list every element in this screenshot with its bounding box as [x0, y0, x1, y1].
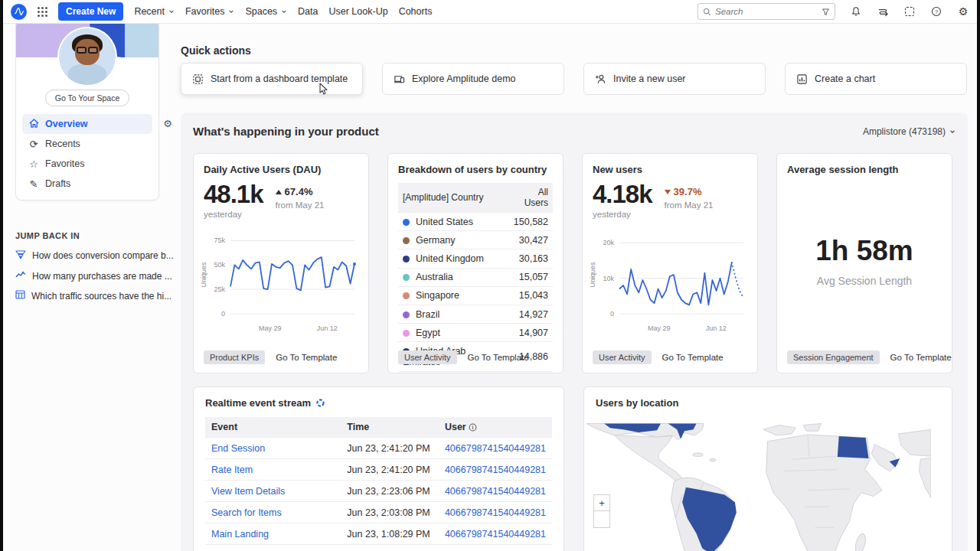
sidebar-item-favorites[interactable]: ☆ Favorites [22, 154, 152, 174]
series-color-dot [403, 237, 410, 244]
country-row[interactable]: United Kingdom30,163 [398, 249, 553, 268]
series-color-dot [403, 311, 410, 318]
pencil-icon: ✎ [28, 178, 39, 190]
dau-card-title: Daily Active Users (DAU) [204, 164, 358, 175]
sidebar-settings-gear-icon[interactable]: ⚙ [163, 118, 172, 129]
countries-go-to-template-link[interactable]: Go To Template [468, 353, 529, 362]
new-users-card-title: New users [593, 164, 747, 175]
event-name-link[interactable]: End Session [211, 443, 265, 454]
nav-item-spaces[interactable]: Spaces [245, 6, 287, 17]
quick-actions-title: Quick actions [181, 44, 251, 57]
home-icon [28, 119, 39, 130]
event-user-link[interactable]: 4066798741540449281 [445, 507, 546, 518]
quick-action-explore-demo[interactable]: Explore Amplitude demo [382, 63, 564, 95]
new-users-go-to-template-link[interactable]: Go To Template [662, 353, 724, 362]
chevron-down-icon [168, 8, 175, 15]
quick-action-dashboard-template[interactable]: Start from a dashboard template [181, 63, 363, 95]
search-box[interactable] [697, 3, 835, 20]
funnel-chart-icon [15, 249, 26, 262]
new-users-change-ref: from May 21 [665, 201, 714, 210]
country-row[interactable]: Australia15,057 [398, 268, 553, 286]
notifications-bell-icon[interactable] [850, 5, 862, 18]
event-time: Jun 23, 2:03:08 PM [341, 502, 439, 523]
new-users-value: 4.18k [593, 181, 652, 207]
country-value: 30,163 [507, 249, 553, 268]
filter-funnel-icon[interactable] [822, 8, 830, 16]
world-map[interactable] [585, 421, 951, 551]
app-window: Create New Recent Favorites Spaces Data … [3, 0, 977, 551]
svg-text:i: i [472, 424, 474, 429]
quick-action-label: Start from a dashboard template [211, 73, 348, 84]
country-value: 14,907 [507, 324, 553, 342]
create-new-button[interactable]: Create New [58, 2, 123, 21]
country-row[interactable]: Brazil14,927 [398, 305, 553, 323]
jump-back-in-item[interactable]: How does conversion compare b... [15, 249, 168, 262]
dashed-select-icon[interactable] [903, 5, 916, 18]
nav-item-favorites[interactable]: Favorites [185, 6, 234, 17]
country-row[interactable]: Egypt14,907 [398, 324, 553, 342]
event-user-link[interactable]: 4066798741540449281 [445, 486, 546, 497]
event-name-link[interactable]: Search for Items [211, 507, 282, 518]
event-user-link[interactable]: 4066798741540449281 [445, 465, 546, 475]
dau-line-chart[interactable]: 025k50k75kMay 29Jun 12Uniques [198, 227, 362, 344]
svg-text:?: ? [935, 8, 938, 15]
country-row[interactable]: Germany30,427 [398, 231, 553, 249]
search-input[interactable] [715, 7, 818, 16]
events-col-user: User i [439, 417, 552, 438]
country-name: Australia [398, 268, 507, 286]
events-table: Event Time User i End SessionJun 23, 2:4… [205, 417, 552, 551]
sidebar-item-recents[interactable]: ⟳ Recents [22, 134, 152, 154]
app-grid-icon[interactable] [38, 7, 47, 17]
jump-back-in-item[interactable]: How many purchases are made ... [15, 270, 168, 282]
event-name-link[interactable]: Rate Item [211, 465, 253, 475]
quick-action-create-chart[interactable]: Create a chart [785, 63, 967, 95]
country-name: United States [398, 213, 507, 231]
nav-item-recent[interactable]: Recent [134, 6, 175, 17]
country-value: 30,427 [507, 231, 553, 249]
country-name: Singapore [398, 286, 507, 305]
jump-back-in-item[interactable]: Which traffic sources have the hi... [15, 290, 168, 302]
quick-action-invite-user[interactable]: Invite a new user [583, 63, 766, 95]
new-users-line-chart[interactable]: 010k20kMay 29Jun 12Uniques [587, 227, 751, 344]
session-go-to-template-link[interactable]: Go To Template [890, 353, 952, 362]
session-value: 1h 58m [787, 235, 942, 267]
svg-text:May 29: May 29 [648, 324, 671, 332]
chevron-down-icon [228, 8, 234, 15]
realtime-spinner-icon [316, 399, 325, 407]
countries-card: Breakdown of users by country [Amplitude… [387, 153, 564, 373]
event-name-link[interactable]: View Item Details [211, 486, 285, 497]
nav-item-cohorts[interactable]: Cohorts [399, 6, 433, 17]
dau-go-to-template-link[interactable]: Go To Template [276, 353, 337, 362]
new-users-change: 39.7% [665, 186, 714, 197]
map-zoom-in-button[interactable]: + [593, 494, 610, 511]
country-row[interactable]: United States150,582 [398, 213, 553, 231]
help-icon[interactable]: ? [930, 5, 942, 18]
map-zoom-out-button[interactable] [593, 511, 610, 528]
settings-gear-icon[interactable]: ⚙ [957, 5, 969, 18]
go-to-your-space-button[interactable]: Go To Your Space [45, 90, 129, 106]
main-content: Quick actions Start from a dashboard tem… [178, 24, 968, 551]
nav-item-data[interactable]: Data [298, 6, 318, 17]
sidebar-item-drafts[interactable]: ✎ Drafts [22, 174, 152, 194]
svg-text:Jun 12: Jun 12 [706, 324, 727, 332]
jump-item-label: How does conversion compare b... [32, 250, 174, 261]
dau-badge[interactable]: Product KPIs [204, 350, 265, 364]
event-user-link[interactable]: 4066798741540449281 [445, 529, 546, 540]
project-selector[interactable]: Amplistore (473198) [863, 126, 956, 137]
star-icon: ☆ [28, 158, 39, 170]
pathfinder-icon[interactable] [877, 5, 889, 18]
nav-item-user-lookup[interactable]: User Look-Up [329, 6, 388, 17]
dau-value: 48.1k [204, 181, 263, 207]
session-caption: Avg Session Length [787, 275, 942, 287]
session-badge[interactable]: Session Engagement [787, 350, 880, 364]
info-icon[interactable]: i [469, 423, 477, 432]
event-user-link[interactable]: 4066798741540449281 [445, 443, 546, 454]
event-name-link[interactable]: Main Landing [211, 529, 269, 540]
new-users-badge[interactable]: User Activity [593, 350, 652, 364]
country-row[interactable]: Singapore15,043 [398, 286, 553, 305]
series-color-dot [403, 256, 410, 262]
countries-badge[interactable]: User Activity [398, 350, 457, 364]
sidebar-item-overview[interactable]: Overview ⚙ [22, 114, 152, 134]
user-avatar[interactable] [59, 28, 116, 85]
amplitude-logo[interactable] [11, 4, 27, 20]
